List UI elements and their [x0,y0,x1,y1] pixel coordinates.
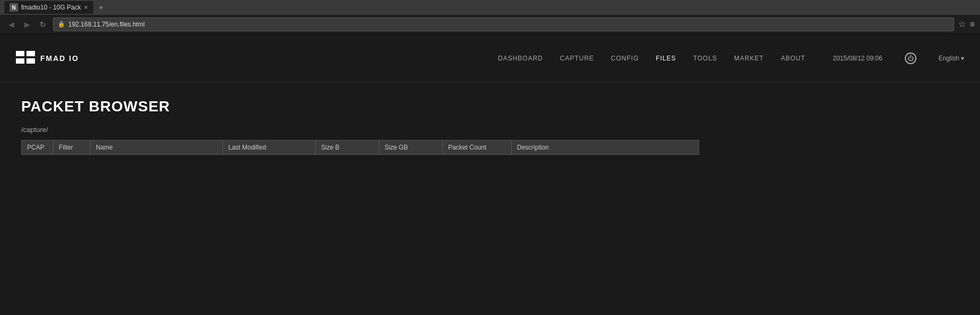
nav-datetime: 2015/08/12 09:06 [833,55,882,62]
address-url: 192.168.11.75/en.files.html [68,21,145,28]
logo-text: FMAD IO [40,54,79,63]
tab-favicon: N [10,3,18,12]
col-size-gb: Size GB [379,141,443,155]
nav-capture[interactable]: CAPTURE [560,55,594,62]
language-arrow: ▾ [961,55,964,62]
nav-about[interactable]: ABOUT [781,55,805,62]
active-tab[interactable]: N fmadio10 - 10G Pack × [4,1,93,14]
page-title: PACKET BROWSER [21,98,959,115]
nav-files[interactable]: FILES [656,55,676,62]
svg-rect-0 [16,51,24,56]
col-description: Description [512,141,699,155]
app-header: FMAD IO DASHBOARD CAPTURE CONFIG FILES T… [0,34,980,82]
nav-config[interactable]: CONFIG [611,55,639,62]
files-table: PCAP Filter Name Last Modified Size B Si… [21,140,699,155]
svg-rect-2 [26,51,35,56]
nav-market[interactable]: MARKET [734,55,764,62]
power-button[interactable]: ⏻ [905,52,916,64]
col-pcap: PCAP [22,141,54,155]
col-packet-count: Packet Count [443,141,512,155]
col-name: Name [91,141,223,155]
table-header-row: PCAP Filter Name Last Modified Size B Si… [22,141,699,155]
address-lock-icon: 🔒 [58,21,65,28]
language-selector[interactable]: English ▾ [939,55,964,62]
tab-close-button[interactable]: × [84,4,88,11]
svg-rect-3 [26,58,35,64]
nav-dashboard[interactable]: DASHBOARD [498,55,543,62]
nav-tools[interactable]: TOOLS [693,55,717,62]
new-tab-button[interactable]: + [95,2,107,13]
breadcrumb: /capture/ [21,126,959,134]
col-size-b: Size B [316,141,379,155]
main-nav: DASHBOARD CAPTURE CONFIG FILES TOOLS MAR… [498,52,964,64]
logo-icon [16,51,35,66]
address-bar[interactable]: 🔒 192.168.11.75/en.files.html [53,18,954,31]
refresh-button[interactable]: ↻ [37,19,49,30]
col-filter: Filter [54,141,91,155]
svg-rect-1 [16,58,24,64]
forward-button[interactable]: ▶ [21,19,33,30]
back-button[interactable]: ◀ [5,19,17,30]
browser-nav: ◀ ▶ ↻ 🔒 192.168.11.75/en.files.html ☆ ≡ [0,15,980,34]
logo-area: FMAD IO [16,51,79,66]
tab-bar: N fmadio10 - 10G Pack × + [0,0,980,15]
table-header: PCAP Filter Name Last Modified Size B Si… [22,141,699,155]
browser-actions: ☆ ≡ [958,19,975,29]
bookmark-button[interactable]: ☆ [958,19,966,29]
main-content: PACKET BROWSER /capture/ PCAP Filter Nam… [0,82,980,315]
menu-button[interactable]: ≡ [970,20,975,29]
browser-chrome: N fmadio10 - 10G Pack × + ◀ ▶ ↻ 🔒 192.16… [0,0,980,34]
col-last-modified: Last Modified [223,141,316,155]
tab-title: fmadio10 - 10G Pack [21,4,81,11]
language-label: English [939,55,959,62]
